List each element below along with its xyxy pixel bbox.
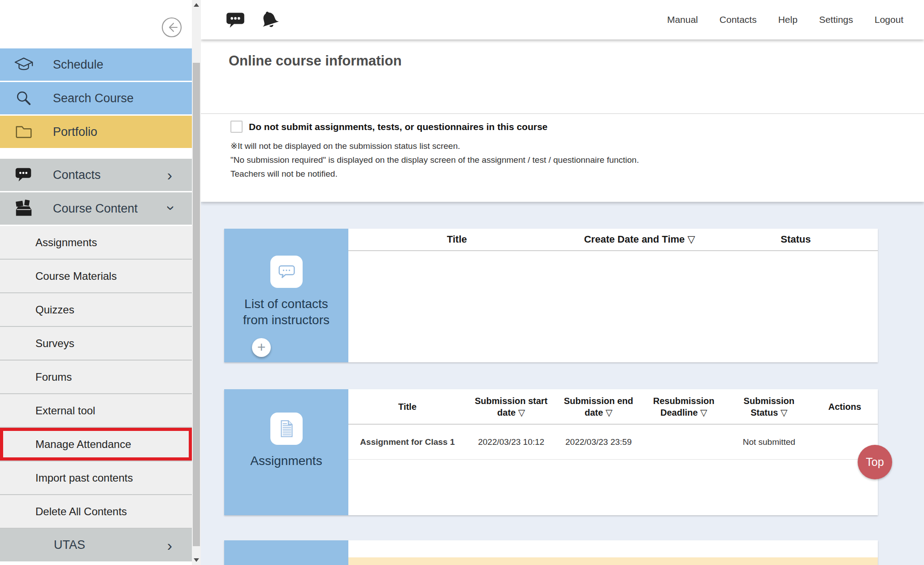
topbar-icons (224, 9, 281, 31)
sidebar-item-label: Quizzes (35, 304, 74, 316)
divider (201, 113, 924, 114)
sidebar-item-label: Import past contents (35, 472, 133, 484)
graduation-cap-icon (13, 54, 34, 75)
main-area: Manual Contacts Help Settings Logout Onl… (201, 0, 924, 565)
assignments-header-start-sort[interactable]: Submission start date ▽ (466, 395, 556, 418)
sidebar-item-label: UTAS (54, 538, 85, 552)
sidebar-item-schedule[interactable]: Schedule (0, 48, 192, 81)
no-submit-checkbox-row: Do not submit assignments, tests, or que… (230, 121, 547, 133)
contacts-header-create-date-sort[interactable]: Create Date and Time ▽ (565, 234, 714, 245)
sidebar-item-external-tool[interactable]: External tool (0, 394, 192, 428)
assignments-table: Title Submission start date ▽ Submission… (348, 389, 878, 515)
back-to-top-button[interactable]: Top (858, 445, 892, 479)
assignments-header-actions: Actions (811, 401, 878, 413)
sidebar-item-utas[interactable]: UTAS › (0, 529, 192, 561)
page-title: Online course information (229, 53, 402, 69)
sidebar-item-label: Delete All Contents (35, 505, 127, 518)
sidebar-item-course-materials[interactable]: Course Materials (0, 260, 192, 293)
sidebar-item-label: External tool (35, 404, 95, 417)
sidebar-item-label: Forums (35, 371, 72, 383)
chat-icon[interactable] (224, 9, 247, 31)
course-info-panel: Online course information Do not submit … (201, 39, 924, 202)
bottom-section-card (224, 540, 348, 565)
assignments-section: Assignments Title Submission start date … (224, 389, 878, 515)
scrollbar-thumb[interactable] (193, 63, 200, 546)
sidebar-item-delete-all-contents[interactable]: Delete All Contents (0, 495, 192, 529)
sidebar-item-quizzes[interactable]: Quizzes (0, 293, 192, 327)
sidebar-item-contacts[interactable]: Contacts › (0, 159, 192, 191)
topbar-link-manual[interactable]: Manual (667, 14, 698, 25)
sidebar: Schedule Search Course Portfolio Contact… (0, 0, 192, 565)
sidebar-item-manage-attendance[interactable]: Manage Attendance (0, 428, 192, 461)
assignments-header-title: Title (348, 401, 466, 413)
contacts-header-status: Status (714, 234, 878, 245)
search-icon (13, 88, 34, 109)
sidebar-item-label: Schedule (53, 58, 104, 72)
assignments-card-label: Assignments (235, 453, 338, 469)
assignment-start-cell: 2022/03/23 10:12 (466, 436, 556, 448)
sidebar-item-portfolio[interactable]: Portfolio (0, 116, 192, 148)
bell-icon[interactable] (258, 9, 281, 31)
bottom-table-row-highlighted (348, 557, 878, 565)
note-line: ※It will not be displayed on the submiss… (230, 139, 639, 153)
chevron-down-icon: › (164, 205, 179, 210)
assignment-title-cell: Assignment for Class 1 (348, 436, 466, 448)
assignment-row: Assignment for Class 1 2022/03/23 10:12 … (348, 425, 878, 460)
assignments-table-header: Title Submission start date ▽ Submission… (348, 389, 878, 425)
contacts-bubble-icon (13, 165, 34, 185)
contacts-card-icon (270, 256, 303, 288)
bottom-section-partial (224, 540, 878, 565)
assignments-card: Assignments (224, 389, 348, 515)
sidebar-item-search-course[interactable]: Search Course (0, 82, 192, 114)
sidebar-item-label: Manage Attendance (35, 438, 131, 451)
add-contact-button[interactable]: + (252, 338, 271, 357)
assignments-header-end-sort[interactable]: Submission end date ▽ (556, 395, 641, 418)
sidebar-item-import-past-contents[interactable]: Import past contents (0, 461, 192, 495)
topbar-link-help[interactable]: Help (778, 14, 798, 25)
sidebar-item-course-content[interactable]: Course Content › (0, 192, 192, 225)
contacts-header-title: Title (348, 234, 565, 245)
sidebar-item-surveys[interactable]: Surveys (0, 327, 192, 361)
no-submit-checkbox[interactable] (230, 121, 243, 133)
sidebar-collapse-button[interactable] (161, 17, 182, 38)
contacts-table-header: Title Create Date and Time ▽ Status (348, 229, 878, 251)
course-content-box-icon (13, 198, 34, 219)
sidebar-item-label: Surveys (35, 337, 74, 350)
folder-icon (13, 122, 34, 142)
topbar-links: Manual Contacts Help Settings Logout (667, 14, 924, 25)
sidebar-header (0, 0, 192, 48)
topbar-link-settings[interactable]: Settings (819, 14, 853, 25)
no-submit-checkbox-label: Do not submit assignments, tests, or que… (249, 122, 547, 132)
bottom-section-table (348, 540, 878, 565)
sidebar-scrollbar[interactable] (192, 0, 201, 565)
sidebar-item-label: Portfolio (53, 125, 97, 139)
topbar-link-contacts[interactable]: Contacts (720, 14, 757, 25)
assignments-header-status-sort[interactable]: Submission Status ▽ (726, 395, 811, 418)
assignment-status-cell: Not submitted (726, 436, 811, 448)
sidebar-item-label: Contacts (53, 168, 101, 182)
scrollbar-up-arrow[interactable] (192, 0, 201, 10)
sidebar-item-forums[interactable]: Forums (0, 361, 192, 394)
sidebar-item-label: Search Course (53, 91, 134, 105)
assignment-doc-icon (270, 413, 303, 445)
sidebar-item-label: Course Content (53, 202, 138, 216)
note-line: Teachers will not be notified. (230, 167, 639, 181)
sidebar-item-label: Assignments (35, 236, 97, 249)
note-line: "No submission required" is displayed on… (230, 153, 639, 167)
sidebar-item-assignments[interactable]: Assignments (0, 226, 192, 260)
sidebar-item-label: Course Materials (35, 270, 117, 282)
assignment-end-cell: 2022/03/23 23:59 (556, 436, 641, 448)
assignments-header-resubmission-sort[interactable]: Resubmission Deadline ▽ (641, 395, 726, 418)
contacts-card-label: List of contacts from instructors (235, 296, 338, 328)
scrollbar-down-arrow[interactable] (192, 555, 201, 565)
bottom-table-row (348, 540, 878, 557)
topbar-link-logout[interactable]: Logout (875, 14, 903, 25)
contacts-table: Title Create Date and Time ▽ Status (348, 229, 878, 362)
checkbox-notes: ※It will not be displayed on the submiss… (230, 139, 639, 181)
chevron-right-icon: › (167, 167, 172, 183)
contacts-card: List of contacts from instructors + (224, 229, 348, 362)
chevron-right-icon: › (167, 538, 172, 553)
plus-icon: + (257, 340, 266, 354)
topbar: Manual Contacts Help Settings Logout (201, 0, 924, 39)
contacts-section: List of contacts from instructors + Titl… (224, 229, 878, 362)
